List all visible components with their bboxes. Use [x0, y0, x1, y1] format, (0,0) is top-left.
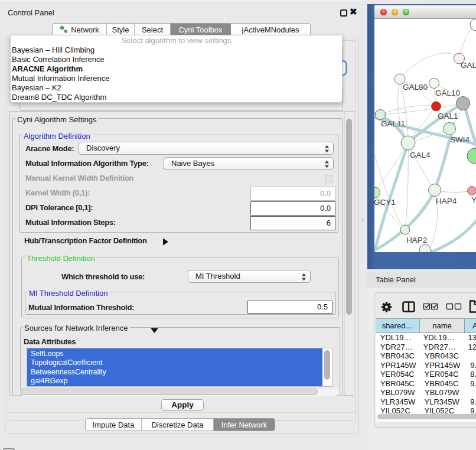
svg-text:Y: Y	[471, 195, 476, 204]
svg-text:HAP4: HAP4	[436, 197, 457, 206]
svg-text:GAL11: GAL11	[381, 119, 405, 128]
svg-text:SWI4: SWI4	[450, 135, 470, 144]
svg-text:GCY1: GCY1	[374, 198, 396, 207]
svg-text:GAL4: GAL4	[410, 151, 431, 159]
svg-text:GAL80: GAL80	[403, 83, 428, 92]
svg-text:GAL1: GAL1	[438, 112, 458, 120]
svg-text:HAP2: HAP2	[406, 236, 427, 244]
svg-text:GAL: GAL	[461, 61, 476, 70]
svg-text:GAL10: GAL10	[435, 89, 460, 97]
